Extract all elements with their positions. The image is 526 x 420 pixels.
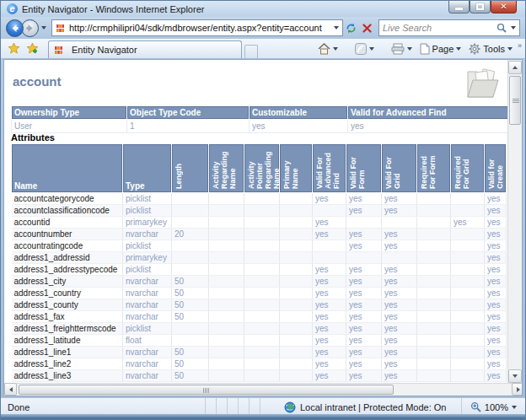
zoom-magnifier-icon xyxy=(470,401,481,412)
attribute-flag-cell: yes xyxy=(382,288,417,299)
attribute-flag-cell xyxy=(451,335,485,347)
attribute-flag-cell xyxy=(451,252,485,264)
attribute-type-cell[interactable]: picklist xyxy=(123,205,172,217)
table-row: address1_addresstypecodepicklistyesyesye… xyxy=(12,264,507,276)
maximize-button[interactable] xyxy=(470,1,491,13)
attribute-name-cell: address1_freighttermscode xyxy=(12,323,123,335)
attribute-flag-cell: 50 xyxy=(172,311,209,323)
attribute-type-cell[interactable]: nvarchar xyxy=(123,347,172,358)
attribute-flag-cell xyxy=(244,335,280,347)
attribute-flag-cell xyxy=(172,193,209,205)
attribute-type-cell[interactable]: nvarchar xyxy=(123,288,172,299)
close-button[interactable]: ✕ xyxy=(491,1,517,13)
scroll-right-button[interactable] xyxy=(512,383,523,396)
attribute-type-cell[interactable]: picklist xyxy=(123,264,172,276)
horizontal-scroll-thumb[interactable] xyxy=(19,385,394,395)
page-menu-button[interactable]: Page xyxy=(417,41,464,57)
attribute-type-cell[interactable]: nvarchar xyxy=(123,358,172,370)
zoom-dropdown[interactable] xyxy=(512,406,517,409)
url-text[interactable]: http://crmphilipri04/sdk/mdbrowser/entit… xyxy=(69,23,334,33)
attribute-type-cell[interactable]: nvarchar xyxy=(123,229,172,240)
attribute-name-cell: address1_latitude xyxy=(12,335,123,347)
horizontal-scrollbar[interactable] xyxy=(4,383,523,396)
attribute-flag-cell xyxy=(417,205,451,217)
attribute-flag-cell xyxy=(417,288,451,299)
search-dropdown[interactable] xyxy=(511,26,516,30)
attribute-flag-cell: yes xyxy=(346,347,382,358)
minimize-button[interactable] xyxy=(448,1,470,13)
home-button[interactable] xyxy=(315,41,341,57)
new-tab-button[interactable] xyxy=(244,45,258,58)
tab-entity-navigator[interactable]: Entity Navigator xyxy=(48,40,242,58)
search-placeholder[interactable]: Live Search xyxy=(383,23,496,33)
attributes-header-cell: Required For Form xyxy=(417,144,451,193)
window-bottom-border xyxy=(1,414,525,419)
attribute-name-cell: address1_country xyxy=(12,288,123,299)
attribute-flag-cell xyxy=(244,299,280,311)
home-dropdown[interactable] xyxy=(333,47,338,51)
summary-header-cell: Ownership Type xyxy=(12,106,127,120)
attribute-name-cell: accountid xyxy=(12,217,123,229)
back-button[interactable] xyxy=(6,19,24,37)
attributes-section-label: Attributes xyxy=(11,132,55,143)
refresh-button[interactable] xyxy=(343,19,359,36)
vertical-scroll-thumb[interactable] xyxy=(509,76,521,125)
scroll-up-button[interactable] xyxy=(508,61,522,74)
print-dropdown[interactable] xyxy=(407,47,412,51)
favorites-center-button[interactable] xyxy=(4,40,23,57)
attribute-type-cell[interactable]: primarykey xyxy=(123,252,172,264)
attribute-flag-cell: yes xyxy=(346,240,382,252)
feeds-dropdown[interactable] xyxy=(369,47,374,51)
close-icon: ✕ xyxy=(500,3,507,11)
scroll-down-button[interactable] xyxy=(508,369,522,383)
attribute-flag-cell xyxy=(244,370,280,382)
navigation-bar: http://crmphilipri04/sdk/mdbrowser/entit… xyxy=(1,17,525,39)
scroll-left-button[interactable] xyxy=(4,383,17,396)
attributes-header-cell: Type xyxy=(123,144,172,193)
search-icon[interactable] xyxy=(496,23,507,33)
attributes-header-vertical-label: Valid For Form xyxy=(349,146,366,189)
add-favorite-button[interactable] xyxy=(23,40,41,57)
toolbar-overflow-chevron[interactable]: » xyxy=(518,41,522,50)
summary-header-cell: Customizable xyxy=(250,106,348,120)
attribute-type-cell[interactable]: float xyxy=(123,335,172,347)
address-bar[interactable]: http://crmphilipri04/sdk/mdbrowser/entit… xyxy=(51,19,343,36)
tools-menu-button[interactable]: Tools xyxy=(466,41,515,57)
address-dropdown[interactable] xyxy=(334,26,339,30)
summary-value-cell: User xyxy=(12,120,127,133)
history-dropdown[interactable] xyxy=(41,26,46,30)
title-bar[interactable]: e Entity Navigator - Windows Internet Ex… xyxy=(1,1,525,17)
attribute-flag-cell: yes xyxy=(346,358,382,370)
attribute-type-cell[interactable]: nvarchar xyxy=(123,299,172,311)
attribute-type-cell[interactable]: nvarchar xyxy=(123,370,172,382)
search-box[interactable]: Live Search xyxy=(378,19,520,36)
attribute-flag-cell xyxy=(172,240,209,252)
attribute-type-cell[interactable]: picklist xyxy=(123,193,172,205)
attribute-type-cell[interactable]: picklist xyxy=(123,240,172,252)
attribute-type-cell[interactable]: primarykey xyxy=(123,217,172,229)
print-button[interactable] xyxy=(389,41,415,57)
attribute-flag-cell xyxy=(209,264,244,276)
forward-button[interactable] xyxy=(21,19,39,37)
attribute-flag-cell: 50 xyxy=(172,358,209,370)
tab-bar: Entity Navigator xyxy=(1,39,525,59)
zoom-level-text: 100% xyxy=(485,402,508,412)
attribute-flag-cell xyxy=(244,347,280,358)
stop-button[interactable] xyxy=(359,19,375,36)
attribute-flag-cell xyxy=(451,323,485,335)
intranet-globe-icon xyxy=(284,401,296,413)
status-segments xyxy=(195,398,260,416)
security-zone[interactable]: Local intranet | Protected Mode: On xyxy=(284,401,446,413)
attribute-type-cell[interactable]: nvarchar xyxy=(123,311,172,323)
vertical-scrollbar[interactable] xyxy=(507,60,522,385)
attribute-flag-cell xyxy=(209,252,244,264)
page-menu-dropdown[interactable] xyxy=(456,47,461,51)
tools-menu-dropdown[interactable] xyxy=(507,47,513,51)
attribute-flag-cell: yes xyxy=(346,264,382,276)
feeds-button[interactable] xyxy=(352,41,377,57)
attribute-type-cell[interactable]: picklist xyxy=(123,323,172,335)
table-row: address1_line1nvarchar50yesyesyesyes xyxy=(12,347,507,358)
attribute-type-cell[interactable]: nvarchar xyxy=(123,276,172,288)
zoom-control[interactable]: 100% xyxy=(461,398,525,416)
attribute-flag-cell xyxy=(417,323,451,335)
